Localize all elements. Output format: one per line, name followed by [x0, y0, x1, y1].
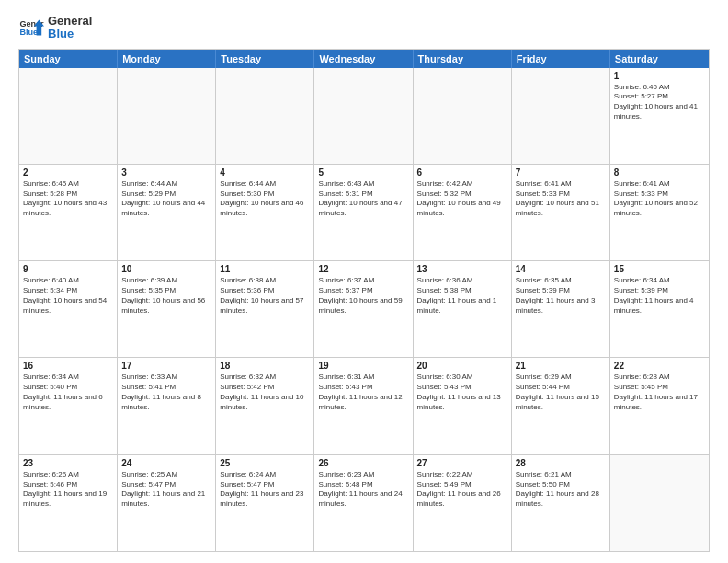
day-number: 3	[121, 167, 211, 178]
logo-icon: General Blue	[18, 15, 44, 40]
svg-text:Blue: Blue	[19, 29, 38, 38]
cell-details: Sunrise: 6:33 AM Sunset: 5:41 PM Dayligh…	[121, 373, 211, 412]
calendar-cell-r1c0: 2Sunrise: 6:45 AM Sunset: 5:28 PM Daylig…	[19, 165, 118, 260]
cell-details: Sunrise: 6:24 AM Sunset: 5:47 PM Dayligh…	[220, 470, 310, 510]
day-number: 19	[318, 361, 408, 371]
calendar-cell-r1c4: 6Sunrise: 6:42 AM Sunset: 5:32 PM Daylig…	[414, 165, 512, 260]
header-wednesday: Wednesday	[314, 50, 413, 68]
day-number: 7	[516, 167, 606, 178]
day-number: 14	[516, 264, 606, 274]
calendar-cell-r1c2: 4Sunrise: 6:44 AM Sunset: 5:30 PM Daylig…	[216, 165, 314, 260]
day-number: 6	[417, 167, 507, 178]
day-number: 16	[23, 361, 113, 371]
cell-details: Sunrise: 6:37 AM Sunset: 5:37 PM Dayligh…	[318, 276, 408, 316]
cell-details: Sunrise: 6:40 AM Sunset: 5:34 PM Dayligh…	[23, 276, 113, 316]
day-number: 24	[121, 458, 211, 468]
cell-details: Sunrise: 6:46 AM Sunset: 5:27 PM Dayligh…	[614, 83, 705, 122]
cell-details: Sunrise: 6:21 AM Sunset: 5:50 PM Dayligh…	[516, 470, 606, 510]
calendar-cell-r0c4	[414, 68, 512, 164]
calendar-row-4: 23Sunrise: 6:26 AM Sunset: 5:46 PM Dayli…	[19, 454, 709, 551]
calendar-cell-r3c0: 16Sunrise: 6:34 AM Sunset: 5:40 PM Dayli…	[19, 358, 118, 454]
calendar-cell-r0c6: 1Sunrise: 6:46 AM Sunset: 5:27 PM Daylig…	[610, 68, 709, 164]
calendar-cell-r4c5: 28Sunrise: 6:21 AM Sunset: 5:50 PM Dayli…	[512, 455, 610, 551]
day-number: 11	[220, 264, 310, 274]
logo: General Blue General Blue	[18, 15, 92, 41]
cell-details: Sunrise: 6:31 AM Sunset: 5:43 PM Dayligh…	[318, 373, 408, 412]
cell-details: Sunrise: 6:23 AM Sunset: 5:48 PM Dayligh…	[318, 470, 408, 510]
day-number: 18	[220, 361, 310, 371]
cell-details: Sunrise: 6:22 AM Sunset: 5:49 PM Dayligh…	[417, 470, 507, 510]
calendar-cell-r0c5	[512, 68, 610, 164]
cell-details: Sunrise: 6:36 AM Sunset: 5:38 PM Dayligh…	[417, 276, 507, 316]
logo-general: General	[48, 15, 92, 28]
calendar-cell-r3c2: 18Sunrise: 6:32 AM Sunset: 5:42 PM Dayli…	[216, 358, 314, 454]
cell-details: Sunrise: 6:34 AM Sunset: 5:39 PM Dayligh…	[614, 276, 705, 316]
day-number: 23	[23, 458, 113, 468]
day-number: 10	[121, 264, 211, 274]
header-sunday: Sunday	[19, 50, 118, 68]
cell-details: Sunrise: 6:30 AM Sunset: 5:43 PM Dayligh…	[417, 373, 507, 412]
calendar-header: Sunday Monday Tuesday Wednesday Thursday…	[19, 50, 709, 68]
calendar-body: 1Sunrise: 6:46 AM Sunset: 5:27 PM Daylig…	[19, 68, 709, 551]
cell-details: Sunrise: 6:32 AM Sunset: 5:42 PM Dayligh…	[220, 373, 310, 412]
calendar-cell-r2c3: 12Sunrise: 6:37 AM Sunset: 5:37 PM Dayli…	[314, 261, 413, 357]
cell-details: Sunrise: 6:28 AM Sunset: 5:45 PM Dayligh…	[614, 373, 705, 412]
day-number: 20	[417, 361, 507, 371]
cell-details: Sunrise: 6:29 AM Sunset: 5:44 PM Dayligh…	[516, 373, 606, 412]
calendar-row-2: 9Sunrise: 6:40 AM Sunset: 5:34 PM Daylig…	[19, 260, 709, 357]
calendar-cell-r2c6: 15Sunrise: 6:34 AM Sunset: 5:39 PM Dayli…	[610, 261, 709, 357]
calendar-cell-r4c1: 24Sunrise: 6:25 AM Sunset: 5:47 PM Dayli…	[118, 455, 216, 551]
cell-details: Sunrise: 6:45 AM Sunset: 5:28 PM Dayligh…	[23, 179, 113, 219]
cell-details: Sunrise: 6:25 AM Sunset: 5:47 PM Dayligh…	[121, 470, 211, 510]
day-number: 8	[614, 167, 705, 178]
header-monday: Monday	[118, 50, 216, 68]
calendar-cell-r1c1: 3Sunrise: 6:44 AM Sunset: 5:29 PM Daylig…	[118, 165, 216, 260]
cell-details: Sunrise: 6:41 AM Sunset: 5:33 PM Dayligh…	[516, 179, 606, 219]
calendar-cell-r2c5: 14Sunrise: 6:35 AM Sunset: 5:39 PM Dayli…	[512, 261, 610, 357]
cell-details: Sunrise: 6:42 AM Sunset: 5:32 PM Dayligh…	[417, 179, 507, 219]
day-number: 5	[318, 167, 408, 178]
calendar: Sunday Monday Tuesday Wednesday Thursday…	[18, 49, 710, 552]
day-number: 4	[220, 167, 310, 178]
day-number: 15	[614, 264, 705, 274]
calendar-cell-r4c4: 27Sunrise: 6:22 AM Sunset: 5:49 PM Dayli…	[414, 455, 512, 551]
calendar-row-0: 1Sunrise: 6:46 AM Sunset: 5:27 PM Daylig…	[19, 68, 709, 164]
day-number: 12	[318, 264, 408, 274]
calendar-cell-r4c6	[610, 455, 709, 551]
calendar-cell-r3c4: 20Sunrise: 6:30 AM Sunset: 5:43 PM Dayli…	[414, 358, 512, 454]
calendar-cell-r3c1: 17Sunrise: 6:33 AM Sunset: 5:41 PM Dayli…	[118, 358, 216, 454]
calendar-cell-r1c3: 5Sunrise: 6:43 AM Sunset: 5:31 PM Daylig…	[314, 165, 413, 260]
day-number: 25	[220, 458, 310, 468]
calendar-cell-r0c2	[216, 68, 314, 164]
cell-details: Sunrise: 6:44 AM Sunset: 5:30 PM Dayligh…	[220, 179, 310, 219]
cell-details: Sunrise: 6:26 AM Sunset: 5:46 PM Dayligh…	[23, 470, 113, 510]
day-number: 21	[516, 361, 606, 371]
calendar-cell-r4c0: 23Sunrise: 6:26 AM Sunset: 5:46 PM Dayli…	[19, 455, 118, 551]
day-number: 9	[23, 264, 113, 274]
day-number: 28	[516, 458, 606, 468]
day-number: 27	[417, 458, 507, 468]
page-header: General Blue General Blue	[18, 15, 710, 41]
day-number: 2	[23, 167, 113, 178]
calendar-cell-r3c3: 19Sunrise: 6:31 AM Sunset: 5:43 PM Dayli…	[314, 358, 413, 454]
calendar-cell-r4c2: 25Sunrise: 6:24 AM Sunset: 5:47 PM Dayli…	[216, 455, 314, 551]
header-thursday: Thursday	[414, 50, 512, 68]
cell-details: Sunrise: 6:44 AM Sunset: 5:29 PM Dayligh…	[121, 179, 211, 219]
calendar-cell-r4c3: 26Sunrise: 6:23 AM Sunset: 5:48 PM Dayli…	[314, 455, 413, 551]
cell-details: Sunrise: 6:41 AM Sunset: 5:33 PM Dayligh…	[614, 179, 705, 219]
day-number: 1	[614, 71, 705, 81]
cell-details: Sunrise: 6:35 AM Sunset: 5:39 PM Dayligh…	[516, 276, 606, 316]
calendar-cell-r0c3	[314, 68, 413, 164]
calendar-cell-r1c6: 8Sunrise: 6:41 AM Sunset: 5:33 PM Daylig…	[610, 165, 709, 260]
calendar-cell-r0c0	[19, 68, 118, 164]
calendar-cell-r2c1: 10Sunrise: 6:39 AM Sunset: 5:35 PM Dayli…	[118, 261, 216, 357]
day-number: 13	[417, 264, 507, 274]
day-number: 22	[614, 361, 705, 371]
header-friday: Friday	[512, 50, 610, 68]
cell-details: Sunrise: 6:43 AM Sunset: 5:31 PM Dayligh…	[318, 179, 408, 219]
cell-details: Sunrise: 6:39 AM Sunset: 5:35 PM Dayligh…	[121, 276, 211, 316]
header-tuesday: Tuesday	[216, 50, 314, 68]
cell-details: Sunrise: 6:38 AM Sunset: 5:36 PM Dayligh…	[220, 276, 310, 316]
calendar-cell-r2c0: 9Sunrise: 6:40 AM Sunset: 5:34 PM Daylig…	[19, 261, 118, 357]
calendar-cell-r2c4: 13Sunrise: 6:36 AM Sunset: 5:38 PM Dayli…	[414, 261, 512, 357]
